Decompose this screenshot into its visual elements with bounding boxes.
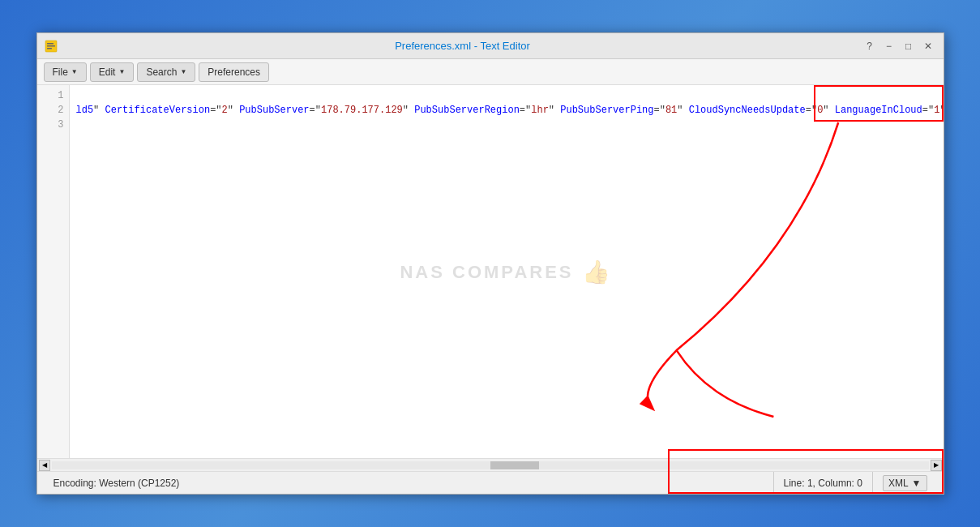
line-number-1: 1 bbox=[48, 88, 64, 103]
position-section: Line: 1, Column: 0 bbox=[773, 472, 872, 494]
scrollbar-track[interactable] bbox=[52, 461, 929, 469]
language-dropdown-arrow: ▼ bbox=[912, 478, 922, 489]
line-number-3: 3 bbox=[48, 118, 64, 132]
encoding-section: Encoding: Western (CP1252) bbox=[44, 472, 773, 494]
language-section: XML ▼ bbox=[872, 472, 937, 494]
file-menu[interactable]: File ▼ bbox=[44, 62, 87, 82]
language-label: XML bbox=[888, 478, 909, 489]
svg-rect-2 bbox=[47, 45, 55, 47]
svg-rect-1 bbox=[47, 43, 53, 45]
maximize-button[interactable]: □ bbox=[900, 38, 918, 54]
editor-container: 1 2 3 ld5" CertificateVersion="2" PubSub… bbox=[37, 85, 944, 458]
search-menu-arrow: ▼ bbox=[180, 68, 186, 75]
title-bar: Preferences.xml - Text Editor ? − □ ✕ bbox=[37, 33, 944, 59]
code-line-3 bbox=[76, 118, 937, 132]
help-button[interactable]: ? bbox=[861, 38, 879, 54]
close-button[interactable]: ✕ bbox=[919, 38, 937, 54]
file-menu-arrow: ▼ bbox=[71, 68, 78, 75]
edit-menu[interactable]: Edit ▼ bbox=[90, 62, 135, 82]
app-icon bbox=[44, 39, 58, 54]
line-numbers: 1 2 3 bbox=[37, 85, 70, 458]
scrollbar-thumb[interactable] bbox=[490, 461, 539, 469]
scroll-right-arrow[interactable]: ▶ bbox=[931, 460, 942, 471]
preferences-button[interactable]: Preferences bbox=[199, 62, 269, 82]
search-menu[interactable]: Search ▼ bbox=[137, 62, 195, 82]
code-line-1 bbox=[76, 88, 937, 103]
code-line-2: ld5" CertificateVersion="2" PubSubServer… bbox=[76, 103, 937, 118]
edit-menu-arrow: ▼ bbox=[118, 68, 125, 75]
language-dropdown[interactable]: XML ▼ bbox=[883, 475, 927, 491]
minimize-button[interactable]: − bbox=[880, 38, 898, 54]
scrollbar-container: ◀ ▶ bbox=[37, 458, 944, 471]
line-number-2: 2 bbox=[48, 103, 64, 118]
editor-content[interactable]: ld5" CertificateVersion="2" PubSubServer… bbox=[70, 85, 944, 458]
encoding-label: Encoding: Western (CP1252) bbox=[53, 478, 180, 489]
main-window: Preferences.xml - Text Editor ? − □ ✕ Fi… bbox=[36, 32, 944, 495]
scroll-left-arrow[interactable]: ◀ bbox=[39, 460, 50, 471]
svg-rect-3 bbox=[47, 48, 52, 49]
window-title: Preferences.xml - Text Editor bbox=[65, 40, 861, 52]
position-label: Line: 1, Column: 0 bbox=[784, 478, 862, 489]
code-area[interactable]: ld5" CertificateVersion="2" PubSubServer… bbox=[70, 85, 944, 458]
menu-bar: File ▼ Edit ▼ Search ▼ Preferences bbox=[37, 59, 944, 85]
status-bar: Encoding: Western (CP1252) Line: 1, Colu… bbox=[37, 471, 944, 494]
editor-wrapper: 1 2 3 ld5" CertificateVersion="2" PubSub… bbox=[37, 85, 944, 494]
window-controls: ? − □ ✕ bbox=[861, 38, 937, 54]
